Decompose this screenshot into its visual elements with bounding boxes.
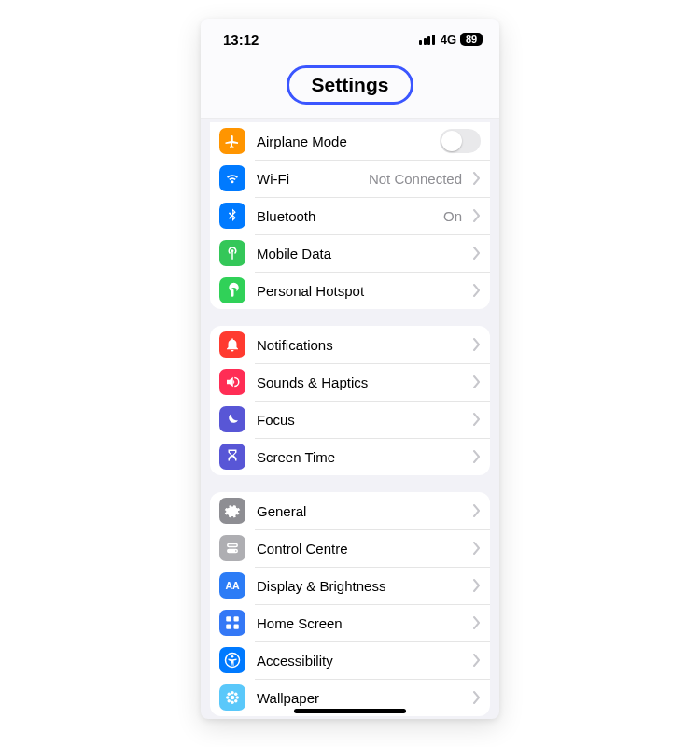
settings-group: NotificationsSounds & HapticsFocusScreen…: [210, 326, 490, 475]
row-label: General: [257, 503, 462, 519]
settings-row-general[interactable]: General: [210, 492, 490, 529]
row-label: Wi-Fi: [257, 171, 357, 187]
nav-header: Settings: [201, 60, 499, 119]
moon-icon: [219, 406, 245, 432]
gear-icon: [219, 498, 245, 524]
wifi-icon: [219, 165, 245, 191]
status-right-cluster: 4G 89: [419, 33, 483, 47]
chevron-right-icon: [473, 654, 481, 667]
chevron-right-icon: [473, 284, 481, 297]
settings-row-airplane[interactable]: Airplane Mode: [210, 122, 490, 160]
chevron-right-icon: [473, 338, 481, 351]
row-label: Home Screen: [257, 615, 462, 631]
switches-icon: [219, 535, 245, 561]
row-label: Screen Time: [257, 449, 462, 465]
row-label: Wallpaper: [257, 690, 462, 706]
battery-icon: 89: [460, 33, 483, 46]
chevron-right-icon: [473, 504, 481, 517]
row-label: Sounds & Haptics: [257, 374, 462, 390]
row-label: Bluetooth: [257, 208, 432, 224]
bell-icon: [219, 331, 245, 358]
settings-row-hotspot[interactable]: Personal Hotspot: [210, 272, 490, 309]
settings-row-focus[interactable]: Focus: [210, 401, 490, 438]
row-label: Control Centre: [257, 541, 462, 557]
status-bar: 13:12 4G 89: [201, 19, 499, 60]
outer-frame: 13:12 4G 89 Settings Airplane ModeWi-FiN…: [0, 0, 700, 747]
aa-icon: [219, 572, 245, 599]
chevron-right-icon: [473, 450, 481, 463]
settings-row-sounds[interactable]: Sounds & Haptics: [210, 363, 490, 401]
settings-group: Airplane ModeWi-FiNot ConnectedBluetooth…: [210, 122, 490, 309]
row-label: Mobile Data: [257, 246, 462, 261]
settings-row-homescreen[interactable]: Home Screen: [210, 604, 490, 641]
chevron-right-icon: [473, 375, 481, 388]
chevron-right-icon: [473, 691, 481, 704]
row-label: Display & Brightness: [257, 578, 462, 594]
settings-row-mobiledata[interactable]: Mobile Data: [210, 234, 490, 272]
toggle-airplane[interactable]: [440, 129, 481, 153]
status-time: 13:12: [223, 32, 259, 48]
chevron-right-icon: [473, 413, 481, 426]
settings-group: GeneralControl CentreDisplay & Brightnes…: [210, 492, 490, 716]
row-label: Personal Hotspot: [257, 283, 462, 299]
signal-bars-icon: [419, 35, 435, 45]
chevron-right-icon: [473, 542, 481, 555]
speaker-icon: [219, 369, 245, 395]
chevron-right-icon: [473, 616, 481, 629]
status-network: 4G: [441, 33, 456, 47]
settings-row-screentime[interactable]: Screen Time: [210, 438, 490, 475]
row-label: Focus: [257, 412, 462, 428]
page-title: Settings: [287, 65, 414, 105]
row-label: Accessibility: [257, 653, 462, 669]
settings-scroll[interactable]: Airplane ModeWi-FiNot ConnectedBluetooth…: [201, 119, 499, 719]
flower-icon: [219, 684, 245, 711]
antenna-icon: [219, 240, 245, 266]
bluetooth-icon: [219, 203, 245, 229]
phone-screen: 13:12 4G 89 Settings Airplane ModeWi-FiN…: [201, 19, 499, 719]
chevron-right-icon: [473, 209, 481, 222]
row-label: Airplane Mode: [257, 134, 428, 149]
settings-row-display[interactable]: Display & Brightness: [210, 567, 490, 604]
settings-row-controlcentre[interactable]: Control Centre: [210, 529, 490, 567]
airplane-icon: [219, 128, 245, 154]
hotspot-icon: [219, 277, 245, 303]
home-indicator[interactable]: [294, 709, 406, 713]
accessibility-icon: [219, 647, 245, 673]
hourglass-icon: [219, 444, 245, 470]
settings-row-wifi[interactable]: Wi-FiNot Connected: [210, 160, 490, 197]
row-detail: Not Connected: [369, 171, 462, 187]
chevron-right-icon: [473, 579, 481, 592]
grid-icon: [219, 610, 245, 636]
row-label: Notifications: [257, 337, 462, 353]
settings-row-bluetooth[interactable]: BluetoothOn: [210, 197, 490, 234]
chevron-right-icon: [473, 172, 481, 185]
settings-row-notifications[interactable]: Notifications: [210, 326, 490, 363]
chevron-right-icon: [473, 247, 481, 260]
row-detail: On: [443, 208, 462, 224]
settings-row-accessibility[interactable]: Accessibility: [210, 641, 490, 679]
